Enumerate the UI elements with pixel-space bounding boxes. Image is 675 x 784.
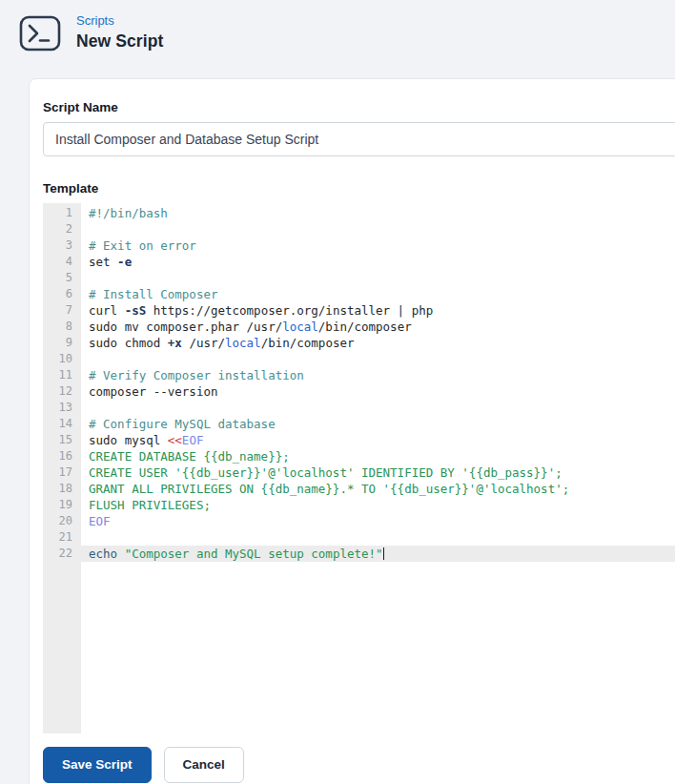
code-token: curl [89, 303, 125, 318]
line-number: 18 [43, 481, 81, 497]
code-token: /bin/composer [318, 320, 412, 334]
code-token: local [282, 320, 318, 334]
code-line[interactable]: sudo chmod +x /usr/local/bin/composer [81, 335, 675, 351]
text-cursor [383, 547, 385, 560]
form-actions: Save Script Cancel [43, 747, 675, 783]
line-number: 19 [43, 497, 81, 513]
code-line[interactable]: FLUSH PRIVILEGES; [81, 497, 675, 513]
code-line[interactable]: GRANT ALL PRIVILEGES ON {{db_name}}.* TO… [81, 481, 675, 497]
code-token: # Install Composer [89, 287, 217, 301]
line-number: 6 [43, 286, 81, 302]
terminal-icon [19, 14, 61, 52]
code-line[interactable]: composer --version [81, 383, 675, 400]
line-number: 1 [43, 205, 81, 221]
code-token: sudo chmod [89, 336, 168, 350]
code-token: EOF [182, 433, 204, 447]
code-token: /usr/ [182, 336, 225, 350]
page-title: New Script [76, 31, 163, 52]
line-number: 13 [43, 400, 81, 416]
code-token: +x [168, 336, 182, 350]
code-token: set [89, 255, 117, 269]
editor-code: #!/bin/bash# Exit on errorset -e# Instal… [81, 203, 675, 733]
line-number: 20 [43, 513, 81, 529]
code-line[interactable]: # Install Composer [81, 286, 675, 302]
line-number: 15 [43, 432, 81, 448]
code-line[interactable]: curl -sS https://getcomposer.org/install… [81, 302, 675, 319]
code-token: sudo mysql [89, 433, 168, 447]
code-token: echo [89, 547, 125, 561]
code-token: EOF [89, 514, 111, 528]
line-number: 8 [43, 319, 81, 335]
line-number: 9 [43, 335, 81, 351]
code-line[interactable] [81, 221, 675, 237]
cancel-button[interactable]: Cancel [164, 747, 244, 783]
code-token: local [225, 336, 261, 350]
code-token: # Configure MySQL database [89, 417, 276, 431]
code-token: CREATE USER '{{db_user}}'@'localhost' ID… [89, 465, 562, 480]
code-token: -e [117, 255, 132, 269]
line-number: 21 [43, 529, 81, 546]
script-name-input[interactable] [43, 122, 675, 156]
code-token: "Composer and MySQL setup complete!" [125, 547, 383, 561]
form-card: Script Name Template 1234567891011121314… [29, 78, 675, 784]
code-token: composer --version [89, 384, 217, 399]
line-number: 22 [43, 546, 81, 562]
line-number: 3 [43, 237, 81, 254]
line-number: 11 [43, 367, 81, 383]
script-name-label: Script Name [43, 100, 675, 114]
line-number: 5 [43, 270, 81, 286]
code-line[interactable]: CREATE DATABASE {{db_name}}; [81, 448, 675, 464]
line-number: 14 [43, 416, 81, 432]
code-token: # Exit on error [89, 238, 196, 253]
code-token: CREATE DATABASE {{db_name}}; [89, 449, 290, 464]
editor-gutter: 12345678910111213141516171819202122 [43, 203, 81, 733]
code-token: https://getcomposer.org/installer | php [146, 303, 433, 318]
code-token: #!/bin/bash [89, 206, 168, 220]
line-number: 17 [43, 464, 81, 481]
code-token: << [168, 433, 182, 447]
line-number: 2 [43, 221, 81, 237]
code-line[interactable]: # Verify Composer installation [81, 367, 675, 383]
template-editor[interactable]: 12345678910111213141516171819202122 #!/b… [43, 203, 675, 733]
code-token: GRANT ALL PRIVILEGES ON {{db_name}}.* TO… [89, 482, 569, 496]
code-line[interactable]: set -e [81, 254, 675, 270]
line-number: 4 [43, 254, 81, 270]
code-token: -sS [125, 303, 147, 318]
code-token: FLUSH PRIVILEGES; [89, 498, 211, 512]
code-line[interactable]: CREATE USER '{{db_user}}'@'localhost' ID… [81, 464, 675, 481]
template-label: Template [43, 181, 675, 196]
line-number: 7 [43, 302, 81, 319]
breadcrumb-scripts-link[interactable]: Scripts [76, 13, 114, 29]
line-number: 12 [43, 383, 81, 400]
code-line[interactable]: # Exit on error [81, 237, 675, 254]
save-script-button[interactable]: Save Script [43, 747, 152, 783]
code-line[interactable]: sudo mysql <<EOF [81, 432, 675, 448]
code-line[interactable] [81, 270, 675, 286]
code-line[interactable]: sudo mv composer.phar /usr/local/bin/com… [81, 319, 675, 335]
code-line[interactable]: echo "Composer and MySQL setup complete!… [81, 546, 675, 562]
code-line[interactable]: EOF [81, 513, 675, 529]
code-line[interactable] [81, 400, 675, 416]
code-token: # Verify Composer installation [89, 368, 304, 382]
line-number: 16 [43, 448, 81, 464]
code-token: /bin/composer [261, 336, 355, 350]
code-token: sudo mv composer.phar /usr/ [89, 320, 282, 334]
code-line[interactable] [81, 351, 675, 367]
code-line[interactable]: #!/bin/bash [81, 205, 675, 221]
code-line[interactable]: # Configure MySQL database [81, 416, 675, 432]
page-header: Scripts New Script [0, 0, 675, 78]
line-number: 10 [43, 351, 81, 367]
code-line[interactable] [81, 529, 675, 546]
